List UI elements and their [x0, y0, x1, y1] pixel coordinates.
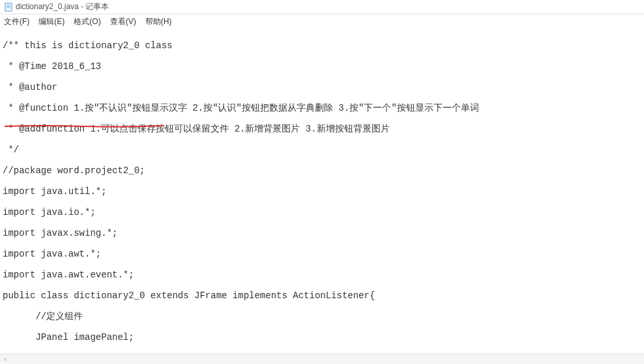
notepad-icon	[4, 3, 13, 12]
code-line: JPanel imagePanel;	[3, 332, 641, 343]
code-line: //定义组件	[3, 311, 641, 322]
horizontal-scrollbar[interactable]: ‹	[0, 354, 644, 364]
scroll-left-arrow-icon[interactable]: ‹	[0, 355, 10, 364]
code-line: /** this is dictionary2_0 class	[3, 40, 641, 51]
code-line: * @function 1.按"不认识"按钮显示汉字 2.按"认识"按钮把数据从…	[3, 103, 641, 113]
menu-help[interactable]: 帮助(H)	[145, 16, 172, 27]
menu-edit[interactable]: 编辑(E)	[38, 16, 65, 27]
titlebar: dictionary2_0.java - 记事本	[0, 0, 644, 14]
svg-rect-0	[5, 3, 12, 11]
window-title: dictionary2_0.java - 记事本	[16, 1, 109, 12]
code-line: //package word.project2_0;	[3, 165, 641, 176]
menubar: 文件(F) 编辑(E) 格式(O) 查看(V) 帮助(H)	[0, 14, 644, 29]
code-line: import javax.swing.*;	[3, 228, 641, 238]
code-line: import java.io.*;	[3, 207, 641, 217]
code-line: */	[3, 145, 641, 155]
menu-file[interactable]: 文件(F)	[4, 16, 29, 27]
code-line: import java.awt.event.*;	[3, 270, 641, 280]
code-line: * @addfunction 1.可以点击保存按钮可以保留文件 2.新增背景图片…	[3, 124, 641, 134]
text-editor-area[interactable]: /** this is dictionary2_0 class * @Time …	[0, 29, 644, 353]
code-line: * @author	[3, 82, 641, 92]
menu-view[interactable]: 查看(V)	[110, 16, 136, 27]
code-line: * @Time 2018_6_13	[3, 61, 641, 72]
menu-format[interactable]: 格式(O)	[74, 16, 100, 27]
code-line: import java.util.*;	[3, 186, 641, 197]
code-line: public class dictionary2_0 extends JFram…	[3, 290, 641, 301]
code-line: import java.awt.*;	[3, 249, 641, 259]
